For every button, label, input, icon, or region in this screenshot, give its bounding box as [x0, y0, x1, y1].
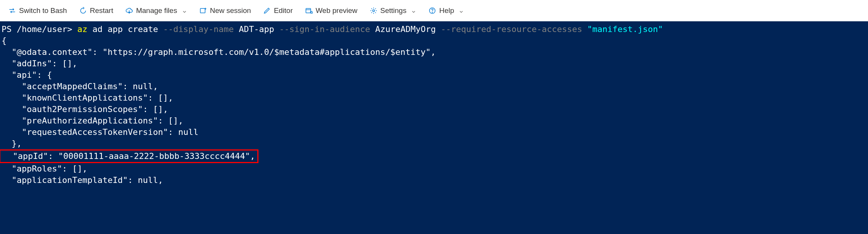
cmd-az: az [77, 24, 88, 34]
cmd-subcommand: ad app create [87, 24, 163, 34]
restart-icon [79, 7, 87, 14]
output-line: "@odata.context": "https://graph.microso… [2, 47, 436, 57]
svg-rect-0 [200, 8, 205, 13]
terminal-pane[interactable]: PS /home/user> az ad app create --displa… [0, 21, 868, 234]
output-line: "applicationTemplateId": null, [2, 175, 163, 185]
svg-point-3 [372, 10, 374, 11]
arg-display-name: ADT-app [234, 24, 279, 34]
arg-audience: AzureADMyOrg [370, 24, 441, 34]
editor-label: Editor [274, 6, 293, 15]
new-session-button[interactable]: New session [194, 4, 257, 17]
flag-audience: --sign-in-audience [279, 24, 370, 34]
output-line: "preAuthorizedApplications": [], [2, 116, 183, 125]
output-line: "requestedAccessTokenVersion": null [2, 127, 199, 137]
help-icon [428, 7, 436, 14]
settings-button[interactable]: Settings [364, 4, 422, 17]
editor-button[interactable]: Editor [258, 4, 298, 17]
pencil-icon [263, 7, 271, 14]
restart-button[interactable]: Restart [74, 4, 119, 17]
prompt-path: /home/user> [17, 24, 72, 34]
output-line: "acceptMappedClaims": null, [2, 82, 158, 91]
web-preview-icon [305, 7, 313, 14]
settings-label: Settings [380, 6, 407, 15]
manage-files-button[interactable]: Manage files [120, 4, 193, 17]
cloud-shell-toolbar: Switch to Bash Restart Manage files [0, 0, 868, 21]
web-preview-label: Web preview [316, 6, 357, 15]
web-preview-button[interactable]: Web preview [300, 4, 363, 17]
chevron-down-icon [411, 8, 416, 13]
chevron-down-icon [459, 8, 464, 13]
appid-highlight: "appId": "00001111-aaaa-2222-bbbb-3333cc… [0, 149, 258, 163]
help-button[interactable]: Help [423, 4, 469, 17]
switch-shell-button[interactable]: Switch to Bash [3, 4, 72, 17]
manage-files-label: Manage files [136, 6, 177, 15]
arg-manifest: "manifest.json" [582, 24, 663, 34]
svg-point-5 [432, 12, 432, 12]
output-line: "appRoles": [], [2, 164, 87, 173]
gear-icon [370, 7, 377, 14]
swap-icon [8, 7, 16, 14]
output-line: { [2, 36, 6, 45]
flag-display-name: --display-name [163, 24, 234, 34]
output-line: "addIns": [], [2, 59, 77, 68]
help-label: Help [439, 6, 454, 15]
flag-resources: --required-resource-accesses [441, 24, 582, 34]
output-line-appid: "appId": "00001111-aaaa-2222-bbbb-3333cc… [3, 151, 255, 161]
chevron-down-icon [182, 8, 187, 13]
output-line: }, [2, 139, 22, 148]
output-line: "api": { [2, 70, 52, 80]
output-line: "knownClientApplications": [], [2, 93, 173, 103]
prompt-prefix: PS [2, 24, 17, 34]
output-line: "oauth2PermissionScopes": [], [2, 104, 168, 114]
svg-rect-1 [306, 8, 311, 13]
new-session-icon [199, 7, 207, 14]
new-session-label: New session [210, 6, 251, 15]
restart-label: Restart [90, 6, 113, 15]
switch-shell-label: Switch to Bash [19, 6, 67, 15]
cloud-files-icon [125, 7, 133, 14]
